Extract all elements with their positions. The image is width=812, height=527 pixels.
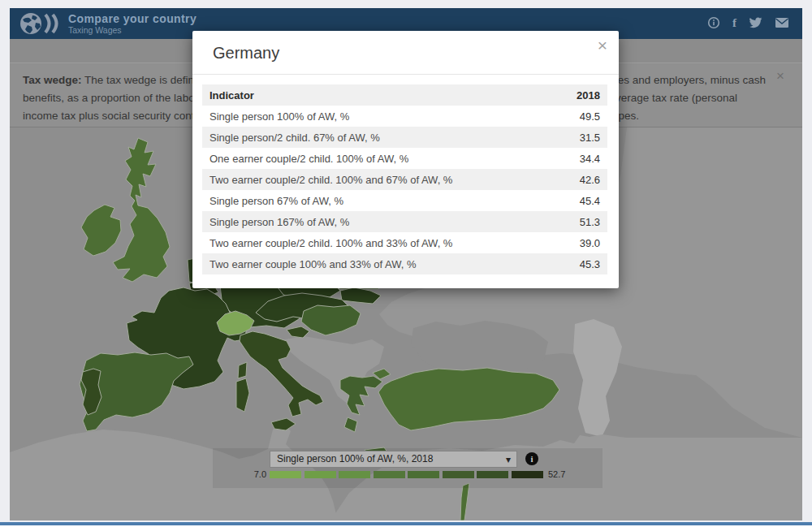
- indicator-table: Indicator 2018 Single person 100% of AW,…: [202, 84, 607, 274]
- table-header-row: Indicator 2018: [202, 84, 607, 106]
- column-year: 2018: [577, 89, 600, 102]
- table-row: Two earner couple/2 child. 100% and 33% …: [202, 232, 607, 253]
- email-icon[interactable]: [775, 17, 789, 28]
- table-row: Two earner couple/2 child. 100% and 67% …: [202, 169, 607, 190]
- modal-title: Germany: [213, 44, 279, 63]
- info-icon[interactable]: [707, 16, 720, 29]
- app-title: Compare your country: [68, 12, 197, 25]
- table-row: Single person 167% of AW, % 51.3: [202, 211, 607, 232]
- twitter-icon[interactable]: [749, 17, 762, 29]
- table-row: Single person 100% of AW, % 49.5: [202, 106, 607, 127]
- legend-scale-segment: [512, 471, 543, 478]
- legend-scale-segment: [304, 471, 336, 478]
- table-row: Single person 67% of AW, % 45.4: [202, 190, 607, 211]
- legend-scale-segment: [408, 471, 439, 478]
- legend-scale-segment: [443, 471, 474, 478]
- map-legend-panel: Single person 100% of AW, %, 2018 ▾ i 7.…: [213, 448, 603, 488]
- oecd-globe-logo: [18, 11, 65, 37]
- modal-close-icon[interactable]: ×: [598, 36, 607, 55]
- chevron-down-icon: ▾: [506, 452, 511, 468]
- app-subtitle: Taxing Wages: [68, 25, 122, 35]
- table-row: One earner couple/2 child. 100% of AW, %…: [202, 148, 607, 169]
- legend-color-scale: [270, 471, 543, 478]
- legend-max-label: 52.7: [548, 469, 565, 479]
- table-row: Two earner couple 100% and 33% of AW, % …: [202, 253, 607, 274]
- legend-scale-segment: [374, 471, 405, 478]
- table-row: Single person/2 child. 67% of AW, % 31.5: [202, 127, 607, 148]
- modal-divider: [192, 74, 619, 75]
- banner-bold-lead: Tax wedge:: [23, 74, 82, 86]
- legend-scale-segment: [339, 471, 370, 478]
- column-indicator: Indicator: [209, 89, 254, 102]
- legend-scale-segment: [477, 471, 508, 478]
- facebook-icon[interactable]: f: [732, 16, 736, 29]
- legend-info-icon[interactable]: i: [525, 452, 538, 465]
- legend-min-label: 7.0: [240, 469, 266, 479]
- indicator-dropdown[interactable]: Single person 100% of AW, %, 2018 ▾: [270, 451, 517, 468]
- banner-close-icon[interactable]: ×: [776, 69, 784, 83]
- indicator-dropdown-value: Single person 100% of AW, %, 2018: [277, 453, 433, 464]
- legend-scale-segment: [270, 471, 301, 478]
- country-detail-modal: Germany × Indicator 2018 Single person 1…: [192, 31, 619, 288]
